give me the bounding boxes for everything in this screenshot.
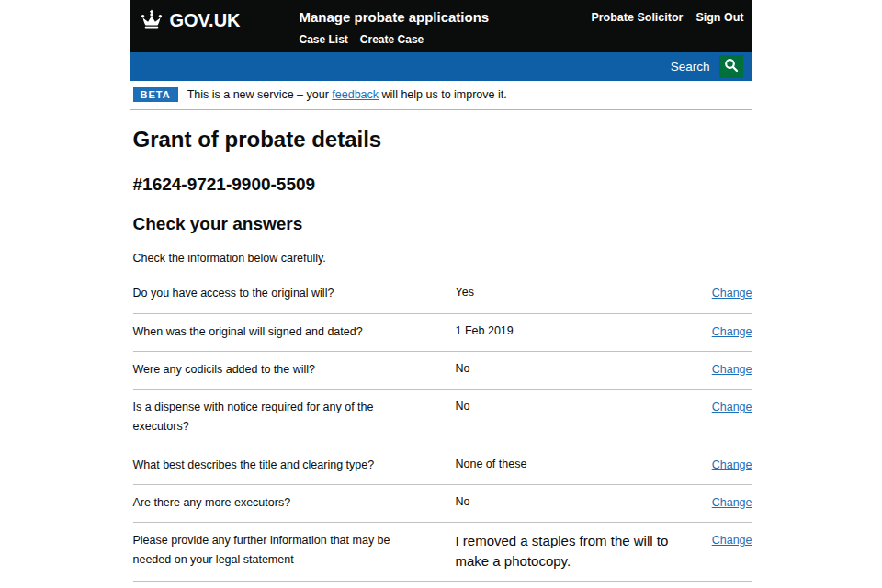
govuk-logo[interactable]: GOV.UK (138, 9, 300, 31)
row-question: What best describes the title and cleari… (133, 456, 456, 475)
govuk-logo-text: GOV.UK (170, 10, 241, 31)
change-link[interactable]: Change (712, 534, 752, 547)
change-link[interactable]: Change (712, 496, 752, 509)
answer-row: Is a dispense with notice required for a… (133, 390, 752, 447)
row-question: Are there any more executors? (133, 493, 456, 513)
search-button[interactable] (719, 55, 743, 78)
answer-row: When was the original will signed and da… (133, 314, 752, 352)
row-answer: Yes (456, 284, 695, 301)
crown-icon (138, 9, 165, 31)
service-nav: Case ListCreate Case (300, 30, 592, 47)
answer-row: Are there any more executors?NoChange (133, 485, 752, 523)
row-answer: None of these (456, 456, 695, 473)
answers-list: Do you have access to the original will?… (133, 276, 752, 588)
page-title: Grant of probate details (133, 128, 752, 152)
search-icon (724, 58, 739, 75)
change-link[interactable]: Change (712, 287, 752, 300)
row-answer: 1 Feb 2019 (456, 322, 695, 340)
case-reference: #1624-9721-9900-5509 (133, 175, 752, 195)
search-label[interactable]: Search (671, 60, 710, 74)
answer-row: Were any codicils added to the will?NoCh… (133, 352, 752, 390)
search-bar: Search (130, 52, 752, 81)
answer-row: Do you have access to the original will?… (133, 276, 752, 313)
beta-badge: BETA (133, 87, 178, 102)
user-nav: Probate SolicitorSign Out (591, 9, 743, 26)
row-action: Change (695, 322, 752, 339)
change-link[interactable]: Change (712, 401, 752, 413)
row-question: Please provide any further information t… (133, 531, 456, 571)
phase-banner: BETA This is a new service – your feedba… (130, 81, 752, 110)
user-link-probate-solicitor[interactable]: Probate Solicitor (591, 9, 683, 26)
change-link[interactable]: Change (712, 458, 752, 471)
row-question: When was the original will signed and da… (133, 322, 456, 342)
hint-text: Check the information below carefully. (133, 252, 752, 265)
answer-row: What best describes the title and cleari… (133, 447, 752, 485)
row-answer: I removed a staples from the will to mak… (456, 531, 695, 571)
main-content: Grant of probate details #1624-9721-9900… (130, 128, 752, 588)
app-header: GOV.UK Manage probate applications Case … (130, 0, 752, 52)
row-answer: No (456, 398, 695, 415)
row-answer: No (456, 493, 695, 511)
row-question: Is a dispense with notice required for a… (133, 398, 456, 437)
row-action: Change (695, 398, 752, 414)
nav-create-case[interactable]: Create Case (360, 33, 424, 46)
row-action: Change (695, 456, 752, 472)
row-action: Change (695, 284, 752, 300)
feedback-link[interactable]: feedback (332, 88, 379, 101)
user-link-sign-out[interactable]: Sign Out (695, 9, 743, 26)
row-question: Were any codicils added to the will? (133, 360, 456, 379)
row-action: Change (695, 531, 752, 548)
row-question: Do you have access to the original will? (133, 284, 456, 303)
answer-row: Please provide any further information t… (133, 523, 752, 582)
answer-row: Notes for this applicationChange (133, 582, 752, 588)
page: GOV.UK Manage probate applications Case … (130, 0, 752, 588)
row-action: Change (695, 360, 752, 377)
change-link[interactable]: Change (712, 325, 752, 338)
section-heading: Check your answers (133, 214, 752, 234)
nav-case-list[interactable]: Case List (300, 33, 348, 46)
row-answer: No (456, 360, 695, 378)
row-action: Change (695, 493, 752, 510)
change-link[interactable]: Change (712, 363, 752, 376)
phase-banner-text: This is a new service – your feedback wi… (187, 88, 507, 101)
service-name: Manage probate applications (300, 9, 592, 26)
service-header: Manage probate applications Case ListCre… (300, 9, 592, 47)
